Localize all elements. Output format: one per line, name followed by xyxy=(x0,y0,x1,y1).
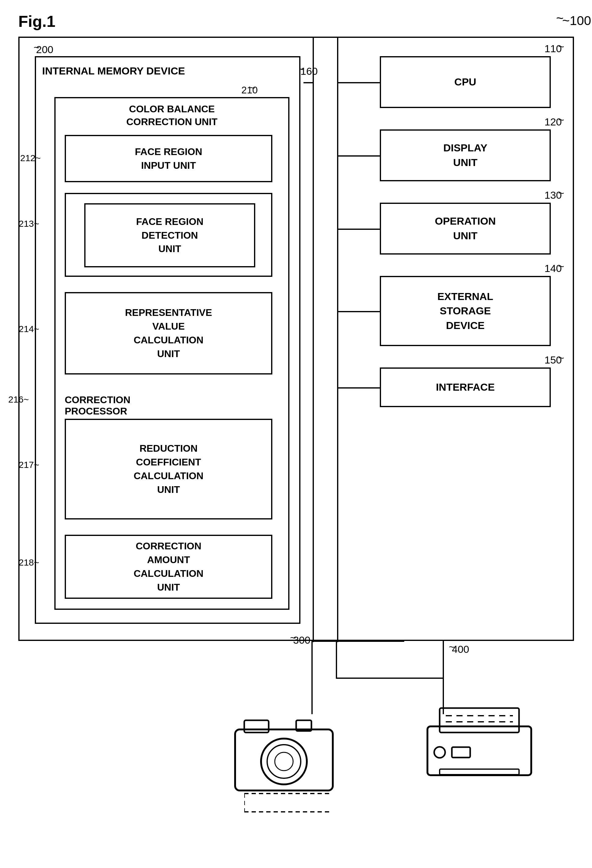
ref-130-tilde: ~ xyxy=(558,187,564,199)
face-detection-outer-box: FACE REGIONDETECTIONUNIT 213~ xyxy=(65,193,272,277)
vert-to-camera xyxy=(311,641,313,714)
correction-amount-label: CORRECTIONAMOUNTCALCULATIONUNIT xyxy=(134,539,204,594)
face-detection-inner-box: FACE REGIONDETECTIONUNIT xyxy=(84,203,255,267)
color-balance-box: 210 ~ COLOR BALANCECORRECTION UNIT 212~ … xyxy=(54,97,289,610)
external-storage-box: 140 ~ EXTERNALSTORAGEDEVICE xyxy=(380,276,551,346)
cpu-box: 110 ~ CPU xyxy=(380,56,551,108)
ref-213: 213~ xyxy=(19,218,39,229)
ref-150-tilde: ~ xyxy=(558,352,564,364)
ref-210-tilde: ~ xyxy=(249,83,255,94)
display-unit-box: 120 ~ DISPLAYUNIT xyxy=(380,129,551,181)
ref-100: ~100 xyxy=(562,13,591,28)
interface-label: INTERFACE xyxy=(436,380,495,395)
ref-200-tilde: ~ xyxy=(34,41,40,53)
ref-218: 218~ xyxy=(19,557,39,568)
ref-300: 300 xyxy=(293,634,311,646)
reduction-label: REDUCTIONCOEFFICIENTCALCULATIONUNIT xyxy=(134,441,204,496)
svg-point-3 xyxy=(275,752,293,771)
horiz-to-printer xyxy=(336,678,444,679)
connector-cpu xyxy=(337,82,380,83)
ref-212: 212~ xyxy=(20,153,41,163)
ref-120-tilde: ~ xyxy=(558,114,564,126)
connector-storage xyxy=(337,311,380,312)
external-storage-label: EXTERNALSTORAGEDEVICE xyxy=(437,289,493,333)
ref-214: 214~ xyxy=(19,324,39,334)
ref-216: 216~ xyxy=(8,394,29,405)
internal-memory-box: 200 ~ INTERNAL MEMORY DEVICE 210 ~ COLOR… xyxy=(35,56,300,624)
camera-svg xyxy=(229,711,339,797)
rep-value-box: 214~ REPRESENTATIVEVALUECALCULATIONUNIT xyxy=(65,292,272,375)
vert-line-to-bottom-2 xyxy=(337,407,338,642)
vert-line-to-bottom xyxy=(313,407,314,642)
connector-interface xyxy=(337,387,380,388)
printer-svg xyxy=(421,702,537,787)
operation-label: OPERATIONUNIT xyxy=(435,214,496,243)
svg-rect-4 xyxy=(244,720,269,732)
horiz-bottom-connector xyxy=(313,641,404,642)
main-system-box: ~100 ~ 160 ~ 200 ~ INTERNAL MEMORY DEVIC… xyxy=(18,37,574,641)
svg-point-2 xyxy=(267,745,301,778)
camera-base-svg xyxy=(244,790,330,815)
svg-rect-10 xyxy=(440,708,519,732)
face-input-box: 212~ FACE REGIONINPUT UNIT xyxy=(65,135,272,182)
display-label: DISPLAYUNIT xyxy=(443,141,487,170)
figure-label: Fig.1 xyxy=(18,12,55,31)
ref-140-tilde: ~ xyxy=(558,260,564,272)
svg-rect-9 xyxy=(428,726,531,775)
ref-217: 217~ xyxy=(19,460,39,470)
face-detection-label: FACE REGIONDETECTIONUNIT xyxy=(136,215,203,256)
correction-amount-box: 218~ CORRECTIONAMOUNTCALCULATIONUNIT xyxy=(65,535,272,599)
correction-processor-label: CORRECTIONPROCESSOR xyxy=(65,394,130,417)
ref-100-tilde: ~ xyxy=(556,11,564,26)
face-input-label: FACE REGIONINPUT UNIT xyxy=(135,145,202,173)
cpu-label: CPU xyxy=(454,75,476,89)
svg-rect-15 xyxy=(440,769,519,775)
connector-display xyxy=(337,155,380,156)
connector-memory-bus-top xyxy=(303,82,313,83)
rep-value-label: REPRESENTATIVEVALUECALCULATIONUNIT xyxy=(125,306,212,360)
page: Fig.1 ~100 ~ 160 ~ 200 ~ INTERNAL MEMORY… xyxy=(0,0,592,868)
internal-memory-label: INTERNAL MEMORY DEVICE xyxy=(42,65,185,77)
color-balance-label: COLOR BALANCECORRECTION UNIT xyxy=(56,103,288,128)
reduction-box: 217~ REDUCTIONCOEFFICIENTCALCULATIONUNIT xyxy=(65,419,272,520)
connector-operation xyxy=(337,229,380,230)
interface-box: 150 ~ INTERFACE xyxy=(380,368,551,407)
ref-400: 400 xyxy=(452,644,469,655)
svg-rect-14 xyxy=(452,747,470,757)
vert-to-printer-1 xyxy=(336,641,337,678)
svg-point-1 xyxy=(261,739,307,784)
ref-110-tilde: ~ xyxy=(558,41,564,53)
operation-unit-box: 130 ~ OPERATIONUNIT xyxy=(380,203,551,255)
svg-point-13 xyxy=(434,747,445,758)
